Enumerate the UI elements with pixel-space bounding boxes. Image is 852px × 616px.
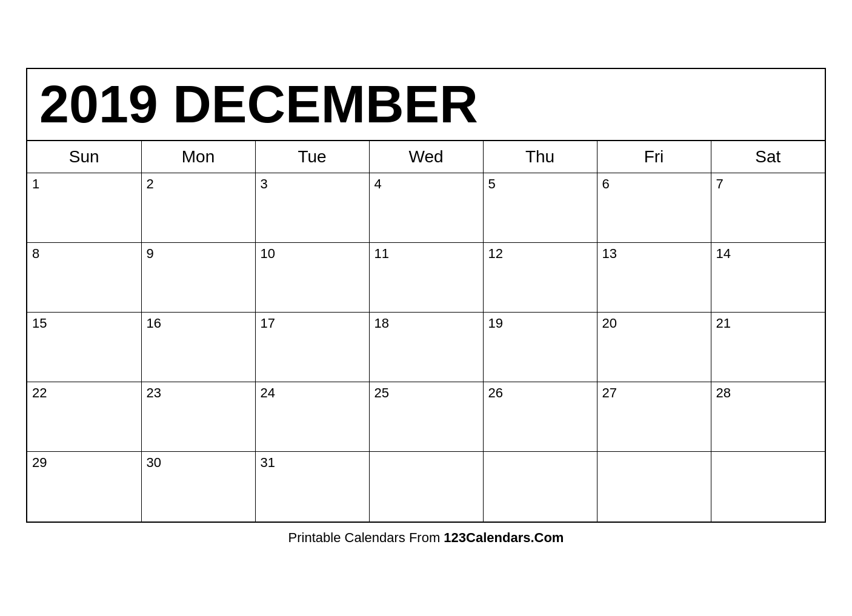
day-cell: 9 (141, 243, 255, 313)
day-cell empty (369, 452, 483, 522)
day-cell: 19 (483, 313, 597, 382)
day-cell: 31 (255, 452, 369, 522)
day-sat: Sat (711, 141, 825, 173)
day-cell: 26 (483, 382, 597, 452)
day-cell: 21 (711, 313, 825, 382)
day-cell: 14 (711, 243, 825, 313)
week-row-4: 22 23 24 25 26 27 28 (27, 382, 825, 452)
day-cell: 2 (141, 173, 255, 243)
day-cell: 23 (141, 382, 255, 452)
week-row-1: 1 2 3 4 5 6 7 (27, 173, 825, 243)
calendar-page: 2019 DECEMBER Sun Mon Tue Wed Thu Fri Sa… (14, 56, 838, 560)
calendar-grid: Sun Mon Tue Wed Thu Fri Sat 1 2 3 4 5 6 (27, 141, 825, 522)
calendar-title: 2019 DECEMBER (27, 69, 825, 141)
day-cell: 17 (255, 313, 369, 382)
day-cell: 5 (483, 173, 597, 243)
week-row-2: 8 9 10 11 12 13 14 (27, 243, 825, 313)
day-cell empty (597, 452, 711, 522)
calendar-container: 2019 DECEMBER Sun Mon Tue Wed Thu Fri Sa… (26, 68, 826, 522)
day-fri: Fri (597, 141, 711, 173)
day-cell empty (711, 452, 825, 522)
day-thu: Thu (483, 141, 597, 173)
day-cell: 8 (27, 243, 141, 313)
day-cell: 6 (597, 173, 711, 243)
day-cell: 18 (369, 313, 483, 382)
day-cell: 11 (369, 243, 483, 313)
day-cell: 12 (483, 243, 597, 313)
day-sun: Sun (27, 141, 141, 173)
day-cell: 13 (597, 243, 711, 313)
day-cell: 28 (711, 382, 825, 452)
day-cell: 16 (141, 313, 255, 382)
day-cell: 25 (369, 382, 483, 452)
day-cell: 4 (369, 173, 483, 243)
calendar-footer: Printable Calendars From 123Calendars.Co… (26, 523, 826, 548)
day-cell: 22 (27, 382, 141, 452)
day-cell: 30 (141, 452, 255, 522)
footer-bold-text: 123Calendars.Com (444, 530, 564, 545)
week-row-3: 15 16 17 18 19 20 21 (27, 313, 825, 382)
day-cell: 15 (27, 313, 141, 382)
day-cell: 27 (597, 382, 711, 452)
day-cell: 10 (255, 243, 369, 313)
day-cell: 7 (711, 173, 825, 243)
day-cell empty (483, 452, 597, 522)
day-cell: 20 (597, 313, 711, 382)
week-row-5: 29 30 31 (27, 452, 825, 522)
day-cell: 3 (255, 173, 369, 243)
day-cell: 24 (255, 382, 369, 452)
day-tue: Tue (255, 141, 369, 173)
day-cell: 1 (27, 173, 141, 243)
day-wed: Wed (369, 141, 483, 173)
days-header-row: Sun Mon Tue Wed Thu Fri Sat (27, 141, 825, 173)
footer-plain-text: Printable Calendars From (288, 530, 444, 545)
day-cell: 29 (27, 452, 141, 522)
day-mon: Mon (141, 141, 255, 173)
